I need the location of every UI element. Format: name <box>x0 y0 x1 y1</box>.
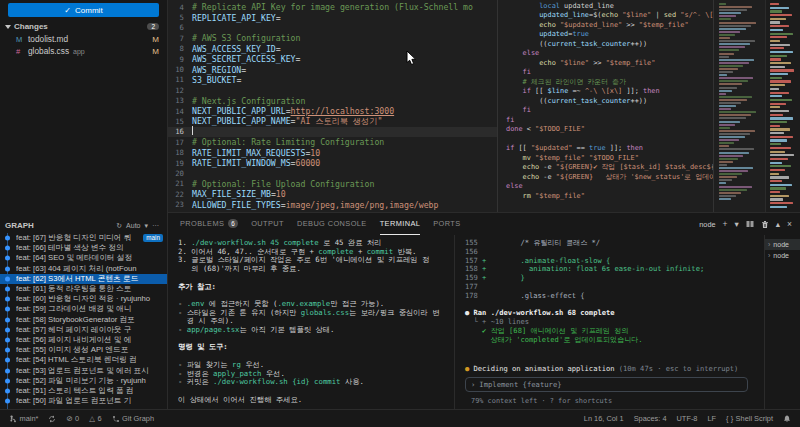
strip-code-line <box>770 162 782 164</box>
text-segment: "$updated_line" <box>560 21 622 29</box>
git-graph-button[interactable]: Git Graph <box>112 414 155 423</box>
language-mode[interactable]: { }Shell Script <box>726 414 773 423</box>
minimap-line <box>719 164 727 166</box>
graph-section-header[interactable]: GRAPH ↻Auto▾⋯ <box>0 218 167 232</box>
problems-warnings[interactable]: △6 <box>89 414 101 423</box>
terminal-list-item[interactable]: ›node <box>765 250 800 261</box>
graph-commit-row[interactable]: feat: [56] 페이지 내비게이션 및 에 <box>0 335 167 345</box>
text-segment: = <box>236 75 241 85</box>
terminal-output-left[interactable]: 1. ./dev-workflow.sh 45 complete 로 45 완료… <box>168 235 454 409</box>
minimap[interactable] <box>714 0 766 212</box>
code-line: if [[ $line =~ ^-\ \[x\] ]]; then <box>506 87 713 97</box>
text-segment: RATE_LIMIT_MAX_REQUESTS <box>192 148 305 158</box>
commit-button[interactable]: ✓ Commit <box>8 3 159 17</box>
line-number: 16 <box>168 127 192 136</box>
changes-section-header[interactable]: Changes 2 <box>0 19 167 33</box>
text-segment: = <box>296 54 301 64</box>
code-line: 11S3_BUCKET= <box>168 75 497 85</box>
refresh-icon[interactable]: ↻ <box>116 222 122 230</box>
strip-code-line <box>770 198 783 200</box>
changed-file-row[interactable]: Mtodolist.mdM <box>0 33 167 45</box>
text-segment: http://localhost:3000 <box>291 106 395 116</box>
panel-tab-terminal[interactable]: TERMINAL <box>380 213 421 235</box>
eol[interactable]: LF <box>707 414 716 423</box>
code-line: 15NEXT_PUBLIC_APP_NAME="AI 스토리북 생성기" <box>168 116 497 126</box>
chevron-down-icon[interactable]: ▾ <box>144 222 148 230</box>
agent-prompt-input[interactable]: › Implement {feature} <box>465 377 748 392</box>
close-icon[interactable]: × <box>787 219 792 229</box>
text-segment: true <box>589 144 606 152</box>
graph-auto-label[interactable]: Auto <box>126 222 140 229</box>
graph-commit-row[interactable]: feat: [62] S3에서 HTML 콘텐츠 로드 <box>0 274 167 284</box>
modified-badge: M <box>152 47 159 56</box>
strip-code-line <box>770 106 780 108</box>
code-line: 19RATE_LIMIT_WINDOW_MS=60000 <box>168 158 497 168</box>
panel-tab-debug-console[interactable]: DEBUG CONSOLE <box>297 213 367 235</box>
cursor-position[interactable]: Ln 16, Col 1 <box>584 414 624 423</box>
agent-output-lines: 155 /* 유틸리티 클래스 */156157 + .animate-floa… <box>465 239 758 345</box>
editor-shell-script[interactable]: local updated_line updated_line=$(echo "… <box>498 0 714 212</box>
graph-commit-row[interactable]: feat: [54] HTML 스토리북 렌더링 컴 <box>0 355 167 365</box>
line-number: 21 <box>168 179 192 188</box>
line-number: 23 <box>168 200 192 209</box>
tab-label: OUTPUT <box>251 219 284 228</box>
error-icon: ⊘ <box>66 414 72 423</box>
editor-env-file[interactable]: 4# Replicate API Key for image generatio… <box>168 0 498 212</box>
terminal-profile-label[interactable]: node <box>699 220 715 229</box>
commit-dot-icon <box>5 307 10 312</box>
panel-tab-problems[interactable]: PROBLEMS6 <box>180 213 238 235</box>
strip-code-line <box>770 14 792 16</box>
text-segment: } <box>486 273 524 282</box>
minimap-line <box>719 49 739 51</box>
terminal-output-right[interactable]: 155 /* 유틸리티 클래스 */156157 + .animate-floa… <box>454 235 764 409</box>
indentation[interactable]: Spaces: 4 <box>634 414 667 423</box>
panel-tab-ports[interactable]: PORTS <box>433 213 460 235</box>
code-line: local updated_line <box>506 1 713 11</box>
graph-commit-row[interactable]: feat: [63] 404 페이지 처리 (notFoun <box>0 264 167 274</box>
graph-commit-row[interactable]: feat: [60] 반응형 디자인 적용 · ryujunho <box>0 294 167 304</box>
strip-code-line <box>770 176 789 178</box>
graph-commit-row[interactable]: feat: [52] 파일 미리보기 기능 · ryujunh <box>0 376 167 386</box>
terminal-list-item[interactable]: ›node <box>765 239 800 250</box>
text-segment: 178 <box>465 291 478 300</box>
commit-dot-icon <box>5 327 10 332</box>
strip-code-line <box>770 55 787 57</box>
panel-tab-output[interactable]: OUTPUT <box>251 213 284 235</box>
graph-commit-row[interactable]: feat: [57] 헤더 페이지 레이아웃 구 <box>0 325 167 335</box>
trash-icon[interactable] <box>761 220 769 229</box>
changed-file-row[interactable]: #globals.cssappM <box>0 45 167 57</box>
panel-body: 1. ./dev-workflow.sh 45 complete 로 45 완료… <box>168 235 800 409</box>
more-icon[interactable]: ⋯ <box>152 222 159 230</box>
minimap-line <box>719 68 738 70</box>
chevron-down-icon[interactable]: ▾ <box>734 219 738 229</box>
chevron-up-icon[interactable]: ▴ <box>776 219 780 229</box>
graph-commit-row[interactable]: feat: [66] 테마별 색상 변수 정의 <box>0 243 167 253</box>
text-segment: -e <box>539 173 556 181</box>
graph-commit-row[interactable]: feat: [55] 이미지 생성 API 엔드포 <box>0 345 167 355</box>
problems-errors[interactable]: ⊘0 <box>66 414 79 423</box>
graph-commit-row[interactable]: feat: [64] SEO 및 메타데이터 설정 <box>0 253 167 263</box>
graph-commit-row[interactable]: feat: [53] 업로드 컴포넌트 및 에러 표시 <box>0 365 167 375</box>
graph-commit-row[interactable]: feat: [59] 그라데이션 배경 및 애니 <box>0 304 167 314</box>
graph-commit-row[interactable]: feat: [61] 동적 라우팅을 통한 스토 <box>0 284 167 294</box>
split-icon[interactable] <box>746 220 754 228</box>
strip-code-line <box>770 66 785 68</box>
text-segment: echo <box>601 11 618 19</box>
text-segment: ./dev-workflow.sh 68 complete <box>491 308 615 317</box>
sync-indicator[interactable] <box>48 415 56 423</box>
narrow-editor-strip[interactable] <box>766 0 800 212</box>
graph-commit-row[interactable]: feat: [50] 파일 업로드 컴포넌트 기 <box>0 396 167 406</box>
main-area: ✓ Commit Changes 2 Mtodolist.mdM#globals… <box>0 0 800 409</box>
plus-icon[interactable]: + <box>723 219 728 229</box>
graph-commit-row[interactable]: feat: [51] 스토리 텍스트 입력 폼 컴 <box>0 386 167 396</box>
commit-message: feat: [62] S3에서 HTML 콘텐츠 로드 <box>16 274 163 284</box>
code-line: 14NEXT_PUBLIC_APP_URL=http://localhost:3… <box>168 106 497 116</box>
graph-commit-row[interactable]: feat: [67] 반응형 디자인 미디어 쿼main <box>0 233 167 243</box>
text-segment: ./dev-workflow.sh 45 complete <box>191 238 318 247</box>
encoding[interactable]: UTF-8 <box>677 414 698 423</box>
minimap-line <box>719 139 739 141</box>
branch-indicator[interactable]: main* <box>9 414 38 423</box>
text-segment <box>506 21 539 29</box>
graph-commit-row[interactable]: feat: [58] StorybookGenerator 컴포 <box>0 315 167 325</box>
notifications-bell[interactable] <box>783 414 791 423</box>
